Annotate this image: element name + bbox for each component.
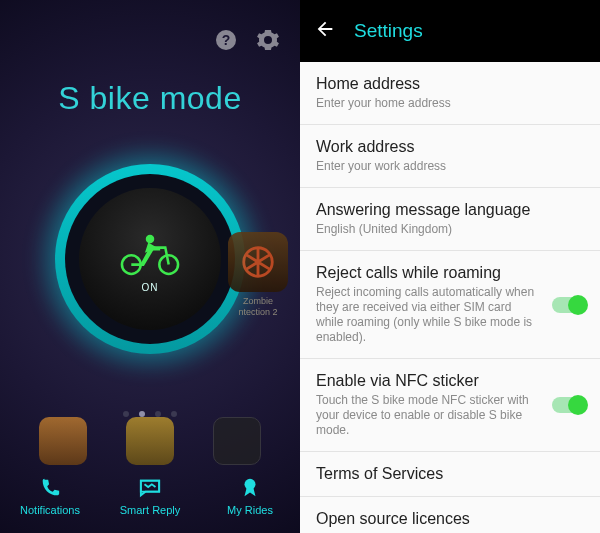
row-work-address[interactable]: Work address Enter your work address bbox=[300, 125, 600, 188]
settings-list: Home address Enter your home address Wor… bbox=[300, 62, 600, 533]
row-title: Answering message language bbox=[316, 201, 584, 219]
row-sub: Enter your work address bbox=[316, 159, 584, 174]
row-title: Reject calls while roaming bbox=[316, 264, 584, 282]
svg-point-7 bbox=[245, 478, 256, 489]
row-nfc-sticker[interactable]: Enable via NFC sticker Touch the S bike … bbox=[300, 359, 600, 452]
svg-text:?: ? bbox=[222, 32, 231, 48]
tab-label: My Rides bbox=[227, 504, 273, 516]
bike-mode-panel: ? S bike mode ON Zombie ntection 2 bbox=[0, 0, 300, 533]
row-title: Work address bbox=[316, 138, 584, 156]
svg-point-4 bbox=[146, 234, 155, 243]
toggle-state-label: ON bbox=[142, 282, 159, 293]
message-icon bbox=[138, 477, 162, 499]
toggle-bike-mode-button[interactable]: ON bbox=[55, 164, 245, 354]
row-sub: English (United Kingdom) bbox=[316, 222, 584, 237]
row-title: Open source licences bbox=[316, 510, 584, 528]
background-app-icon bbox=[228, 232, 288, 292]
dock-app bbox=[213, 417, 261, 465]
tab-label: Notifications bbox=[20, 504, 80, 516]
toggle-switch[interactable] bbox=[552, 397, 586, 413]
svg-point-3 bbox=[159, 255, 178, 274]
row-answering-language[interactable]: Answering message language English (Unit… bbox=[300, 188, 600, 251]
background-app-label: Zombie ntection 2 bbox=[226, 296, 290, 318]
row-title: Enable via NFC sticker bbox=[316, 372, 584, 390]
back-button[interactable] bbox=[314, 18, 336, 44]
tab-smart-reply[interactable]: Smart Reply bbox=[100, 459, 200, 533]
row-title: Home address bbox=[316, 75, 584, 93]
settings-header: Settings bbox=[300, 0, 600, 62]
row-reject-roaming[interactable]: Reject calls while roaming Reject incomi… bbox=[300, 251, 600, 359]
gear-icon[interactable] bbox=[254, 26, 282, 54]
tab-my-rides[interactable]: My Rides bbox=[200, 459, 300, 533]
settings-panel: Settings Home address Enter your home ad… bbox=[300, 0, 600, 533]
settings-title: Settings bbox=[354, 20, 423, 42]
phone-icon bbox=[38, 477, 62, 499]
dock-app bbox=[126, 417, 174, 465]
tab-label: Smart Reply bbox=[120, 504, 181, 516]
row-licences[interactable]: Open source licences bbox=[300, 497, 600, 533]
row-sub: Touch the S bike mode NFC sticker with y… bbox=[316, 393, 584, 438]
tab-notifications[interactable]: Notifications bbox=[0, 459, 100, 533]
row-title: Terms of Services bbox=[316, 465, 584, 483]
motorcycle-icon bbox=[116, 226, 184, 276]
toggle-switch[interactable] bbox=[552, 297, 586, 313]
row-sub: Reject incoming calls automatically when… bbox=[316, 285, 584, 345]
arrow-left-icon bbox=[314, 18, 336, 40]
help-icon[interactable]: ? bbox=[212, 26, 240, 54]
row-sub: Enter your home address bbox=[316, 96, 584, 111]
dock-app bbox=[39, 417, 87, 465]
ribbon-icon bbox=[238, 477, 262, 499]
row-home-address[interactable]: Home address Enter your home address bbox=[300, 62, 600, 125]
app-title: S bike mode bbox=[0, 80, 300, 117]
row-terms[interactable]: Terms of Services bbox=[300, 452, 600, 497]
